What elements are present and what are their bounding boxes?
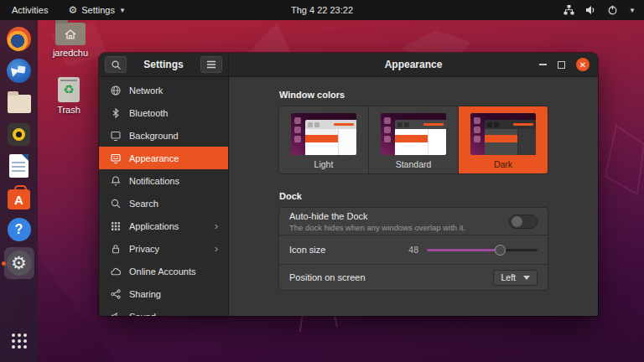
sidebar-item-label: Online Accounts (129, 266, 196, 277)
standard-theme-thumbnail (381, 113, 446, 155)
theme-option-label: Standard (396, 159, 432, 169)
activities-button[interactable]: Activities (0, 0, 60, 20)
position-dropdown-value: Left (501, 272, 516, 282)
firefox-icon (7, 27, 31, 51)
icon-size-row: Icon size 48 (279, 235, 548, 265)
sidebar-headerbar: Settings (99, 53, 229, 77)
app-grid-icon (12, 334, 27, 349)
sidebar-item-label: Sharing (129, 289, 161, 299)
chevron-down-icon (523, 276, 530, 280)
close-button[interactable]: ✕ (576, 58, 589, 71)
sidebar-item-sharing[interactable]: Sharing (99, 282, 228, 305)
sidebar-item-label: Sound (129, 312, 156, 317)
window-colors-section: Window colors Light St (278, 90, 548, 174)
icon-size-value: 48 (408, 245, 418, 255)
lock-icon (109, 243, 122, 255)
sidebar-item-background[interactable]: Background (99, 124, 228, 147)
desktop-icon-label: Trash (57, 105, 80, 115)
dock-item-ubuntu-software[interactable]: A (4, 184, 34, 212)
sidebar-item-online-accounts[interactable]: Online Accounts (99, 260, 228, 282)
bluetooth-icon (109, 107, 122, 119)
theme-selector: Light Standard Dark (278, 106, 548, 174)
show-applications-button[interactable] (4, 327, 34, 355)
search-icon (111, 59, 122, 70)
window-headerbar[interactable]: Appearance ✕ (229, 53, 598, 77)
clock[interactable]: Thg 4 22 23:22 (291, 5, 353, 15)
slider-handle[interactable] (495, 245, 506, 256)
section-title: Dock (279, 191, 548, 201)
dock: A ? ⚙ (0, 20, 38, 362)
sidebar-item-bluetooth[interactable]: Bluetooth (99, 101, 228, 124)
light-theme-thumbnail (291, 113, 356, 155)
dock-settings-frame: Auto-hide the Dock The dock hides when a… (278, 207, 548, 291)
theme-option-dark-selected[interactable]: Dark (459, 106, 548, 173)
sidebar-item-label: Search (129, 199, 158, 209)
app-menu-button[interactable]: ⚙ Settings ▼ (60, 0, 133, 20)
hamburger-menu-button[interactable] (200, 56, 222, 73)
autohide-dock-row: Auto-hide the Dock The dock hides when a… (279, 208, 548, 235)
position-dropdown[interactable]: Left (493, 270, 538, 286)
maximize-button[interactable] (558, 61, 565, 69)
dock-item-rhythmbox[interactable] (4, 120, 34, 148)
hamburger-menu-icon (206, 60, 216, 69)
dock-item-libreoffice-writer[interactable] (4, 152, 34, 180)
autohide-label: Auto-hide the Dock (289, 211, 465, 221)
icon-size-label: Icon size (289, 245, 325, 255)
volume-icon (585, 5, 596, 15)
desktop-icon-home-folder[interactable]: jaredchu (45, 23, 96, 58)
thunderbird-icon (7, 59, 31, 83)
toggle-knob (512, 216, 522, 227)
dock-item-thunderbird[interactable] (4, 56, 34, 85)
sidebar-item-privacy[interactable]: Privacy › (99, 237, 228, 260)
sidebar-item-search[interactable]: Search (99, 192, 228, 215)
sidebar-item-label: Privacy (129, 244, 159, 254)
sidebar-item-applications[interactable]: Applications › (99, 215, 228, 237)
chevron-right-icon: › (215, 243, 218, 254)
dock-item-files[interactable] (4, 88, 34, 116)
sidebar-item-appearance[interactable]: Appearance (99, 147, 228, 169)
theme-option-label: Dark (494, 159, 512, 169)
bell-icon (109, 175, 122, 187)
sidebar-item-label: Appearance (129, 153, 179, 163)
sidebar-item-label: Applications (129, 221, 179, 231)
icon-size-slider[interactable] (427, 245, 538, 256)
search-icon (109, 198, 122, 209)
chevron-down-icon: ▼ (119, 7, 126, 14)
libreoffice-writer-icon (9, 154, 29, 178)
trash-icon: ♻ (58, 77, 80, 102)
autohide-description: The dock hides when any windows overlap … (289, 223, 465, 232)
desktop: Activities ⚙ Settings ▼ Thg 4 22 23:22 ▼ (0, 0, 644, 362)
cloud-icon (109, 266, 122, 277)
dark-theme-thumbnail (470, 113, 536, 155)
power-icon (607, 5, 618, 15)
settings-window: Settings Appearance ✕ Network Bluetooth (99, 53, 598, 316)
apps-grid-icon (109, 220, 122, 232)
theme-option-label: Light (314, 159, 334, 169)
sidebar-item-network[interactable]: Network (99, 79, 228, 101)
search-button[interactable] (105, 56, 127, 73)
ubuntu-software-icon: A (8, 189, 30, 209)
monitor-icon (109, 130, 122, 142)
sidebar-item-label: Network (129, 85, 163, 96)
position-label: Position on screen (289, 272, 366, 282)
minimize-button[interactable] (539, 64, 547, 65)
desktop-icon-label: jaredchu (53, 48, 88, 58)
dock-item-help[interactable]: ? (4, 215, 34, 244)
dock-item-settings-active[interactable]: ⚙ (4, 247, 34, 279)
sidebar-item-notifications[interactable]: Notifications (99, 169, 228, 192)
sidebar-item-sound[interactable]: Sound (99, 305, 228, 316)
sidebar-title: Settings (132, 59, 195, 70)
rhythmbox-icon (8, 123, 30, 146)
theme-option-light[interactable]: Light (279, 106, 369, 173)
theme-option-standard[interactable]: Standard (369, 106, 459, 173)
appearance-monitor-icon (109, 153, 122, 164)
desktop-icon-trash[interactable]: ♻ Trash (44, 77, 94, 115)
files-icon (8, 95, 31, 113)
sidebar-item-label: Notifications (129, 176, 179, 186)
window-controls: ✕ (539, 58, 589, 71)
system-tray[interactable]: ▼ (564, 0, 644, 20)
dock-item-firefox[interactable] (4, 24, 34, 53)
chevron-down-icon: ▼ (629, 7, 636, 14)
autohide-toggle-off[interactable] (509, 215, 538, 229)
gear-icon: ⚙ (68, 4, 77, 16)
